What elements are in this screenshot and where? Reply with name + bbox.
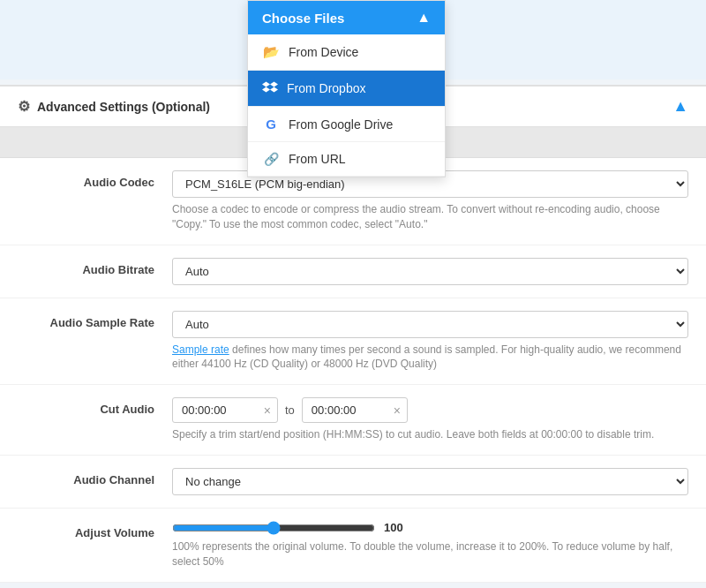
- advanced-settings-label: ⚙ Advanced Settings (Optional): [18, 98, 210, 115]
- cut-audio-label: Cut Audio: [18, 397, 172, 416]
- dropdown-item-url[interactable]: 🔗 From URL: [248, 142, 445, 177]
- audio-sample-rate-select[interactable]: Auto 44100 Hz 48000 Hz 22050 Hz 16000 Hz: [172, 311, 688, 338]
- drop-area: Or drop files here - for more Choose Fil…: [0, 0, 706, 79]
- choose-files-dropdown: Choose Files ▲ 📂 From Device From Dropbo…: [247, 0, 446, 177]
- volume-row-control: 100: [172, 521, 688, 535]
- advanced-settings-text: Advanced Settings (Optional): [37, 100, 210, 114]
- cut-audio-start-input[interactable]: [172, 397, 278, 423]
- advanced-settings-chevron-icon: ▲: [672, 97, 688, 116]
- audio-sample-rate-control: Auto 44100 Hz 48000 Hz 22050 Hz 16000 Hz…: [172, 311, 688, 373]
- dropdown-item-dropbox[interactable]: From Dropbox: [248, 71, 445, 107]
- cut-audio-start-clear-icon[interactable]: ×: [264, 403, 271, 418]
- audio-sample-rate-hint: Sample rate defines how many times per s…: [172, 343, 688, 373]
- dropdown-item-google-drive[interactable]: G From Google Drive: [248, 107, 445, 142]
- audio-channel-select[interactable]: No change Mono Stereo: [172, 468, 688, 495]
- volume-value: 100: [384, 521, 403, 534]
- choose-files-button[interactable]: Choose Files ▲: [248, 1, 445, 34]
- url-icon: 🔗: [262, 152, 280, 166]
- cut-audio-control: × to × Specify a trim start/end position…: [172, 397, 688, 442]
- cut-audio-inputs: × to ×: [172, 397, 688, 423]
- audio-channel-control: No change Mono Stereo: [172, 468, 688, 495]
- audio-sample-rate-label: Audio Sample Rate: [18, 311, 172, 329]
- sample-rate-hint-text: defines how many times per second a soun…: [172, 343, 681, 371]
- google-icon: G: [262, 117, 280, 132]
- audio-channel-label: Audio Channel: [18, 468, 172, 486]
- audio-codec-label: Audio Codec: [18, 170, 172, 189]
- dropbox-icon: [262, 80, 278, 96]
- audio-codec-hint: Choose a codec to encode or compress the…: [172, 202, 688, 232]
- dropdown-item-device[interactable]: 📂 From Device: [248, 34, 445, 71]
- adjust-volume-label: Adjust Volume: [18, 521, 172, 539]
- device-label: From Device: [289, 45, 358, 59]
- volume-hint: 100% represents the original volume. To …: [172, 539, 688, 569]
- audio-bitrate-control: Auto 64k 128k 192k 256k 320k: [172, 258, 688, 285]
- volume-slider[interactable]: [172, 521, 375, 535]
- cut-audio-end-clear-icon[interactable]: ×: [394, 403, 401, 418]
- choose-files-label: Choose Files: [262, 11, 344, 26]
- url-label: From URL: [289, 152, 346, 166]
- audio-bitrate-select[interactable]: Auto 64k 128k 192k 256k 320k: [172, 258, 688, 285]
- adjust-volume-row: Adjust Volume 100 100% represents the or…: [0, 509, 706, 583]
- audio-sample-rate-row: Audio Sample Rate Auto 44100 Hz 48000 Hz…: [0, 298, 706, 386]
- folder-icon: 📂: [262, 44, 280, 60]
- audio-bitrate-row: Audio Bitrate Auto 64k 128k 192k 256k 32…: [0, 245, 706, 298]
- dropbox-label: From Dropbox: [287, 81, 365, 95]
- sample-rate-link[interactable]: Sample rate: [172, 343, 229, 356]
- cut-audio-end-input[interactable]: [302, 397, 408, 423]
- audio-channel-row: Audio Channel No change Mono Stereo: [0, 456, 706, 509]
- audio-codec-control: PCM_S16LE (PCM big-endian) Auto Copy MP3…: [172, 170, 688, 232]
- cut-audio-hint: Specify a trim start/end position (HH:MM…: [172, 427, 688, 442]
- audio-bitrate-label: Audio Bitrate: [18, 258, 172, 276]
- audio-options-section: Audio Options Audio Codec PCM_S16LE (PCM…: [0, 127, 706, 583]
- cut-audio-end-wrap: ×: [302, 397, 408, 423]
- cut-audio-row: Cut Audio × to × Specify a trim start/en…: [0, 385, 706, 456]
- gear-icon: ⚙: [18, 98, 30, 115]
- chevron-up-icon: ▲: [417, 10, 431, 26]
- cut-audio-to-label: to: [285, 403, 295, 417]
- cut-audio-start-wrap: ×: [172, 397, 278, 423]
- google-drive-label: From Google Drive: [289, 117, 393, 132]
- adjust-volume-control: 100 100% represents the original volume.…: [172, 521, 688, 569]
